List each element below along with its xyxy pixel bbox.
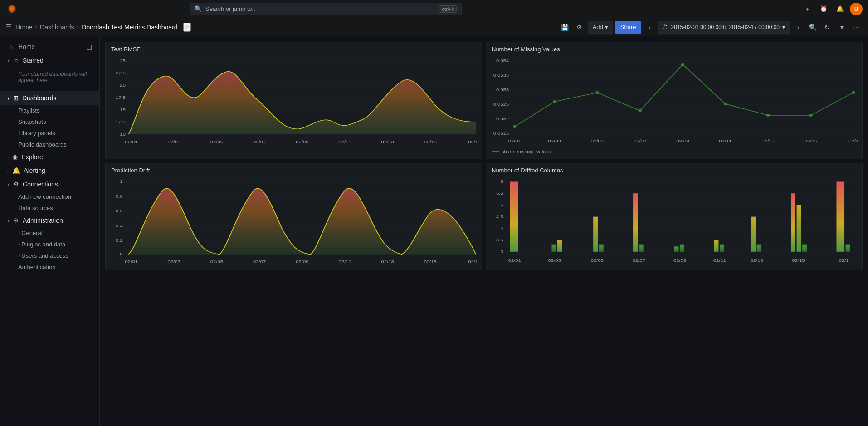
sidebar-section-connections[interactable]: ▾ ⚙ Connections [0,177,99,191]
explore-label: Explore [21,153,43,161]
svg-text:0.0535: 0.0535 [493,73,509,78]
panel-test-rmse-title: Test RMSE [106,42,482,54]
svg-point-1 [10,7,13,10]
alerting-collapse-icon: › [7,168,9,173]
svg-rect-104 [797,205,801,252]
save-dashboard-icon[interactable]: 💾 [559,21,571,34]
sidebar-section-starred[interactable]: ▾ ☆ Starred [0,54,99,67]
bell-icon-btn[interactable]: 🔔 [834,3,846,15]
app-logo[interactable] [5,3,18,15]
dashboard-grid: Test RMSE [105,42,863,270]
sidebar-item-home[interactable]: ⌂ Home ◫ [0,40,99,54]
sidebar-item-general[interactable]: › General [15,227,99,239]
refresh-icon[interactable]: ↻ [821,21,834,34]
sidebar-item-users[interactable]: › Users and access [15,250,99,261]
sidebar-dock-icon: ◫ [86,43,92,50]
connections-icon: ⚙ [13,181,19,188]
explore-collapse-icon: › [7,155,9,160]
svg-text:02/07: 02/07 [253,260,266,264]
breadcrumb-home[interactable]: Home [15,24,32,31]
general-label: General [21,230,42,236]
settings-icon[interactable]: ⚙ [573,21,586,34]
svg-text:02/05: 02/05 [210,260,224,264]
alerting-icon: 🔔 [12,167,20,174]
navbar: ☰ Home › Dashboards › Doordash Test Metr… [0,18,868,36]
share-button[interactable]: Share [615,21,642,34]
add-chevron-icon: ▾ [605,24,608,30]
sidebar-section-explore[interactable]: › ◉ Explore [0,150,99,164]
svg-point-39 [595,91,599,94]
svg-rect-93 [593,217,598,252]
svg-text:02/1: 02/1 [468,260,478,264]
chart-prediction-drift: 1 0.8 0.6 0.4 0.2 0 02/01 0 [106,177,482,268]
star-icon: ☆ [13,57,19,64]
sidebar-item-library-panels[interactable]: Library panels [15,127,99,139]
breadcrumb-dashboards[interactable]: Dashboards [40,24,74,31]
svg-text:02/03: 02/03 [548,139,561,143]
svg-point-40 [638,109,642,112]
prev-time-icon[interactable]: ‹ [643,21,656,34]
sidebar-item-add-connection[interactable]: Add new connection [15,191,99,202]
sidebar-item-plugins[interactable]: › Plugins and data [15,239,99,250]
breadcrumb: Home › Dashboards › Doordash Test Metric… [15,24,178,31]
sidebar-item-public-dashboards[interactable]: Public dashboards [15,139,99,150]
svg-rect-100 [720,245,724,252]
refresh-chevron-icon[interactable]: ▾ [835,21,848,34]
svg-text:02/11: 02/11 [719,139,732,143]
svg-text:02/11: 02/11 [338,140,351,144]
svg-text:15: 15 [120,108,126,112]
svg-text:0.4: 0.4 [116,224,123,228]
search-placeholder: Search or jump to... [205,5,257,12]
svg-text:02/13: 02/13 [750,258,763,262]
home-icon: ⌂ [7,43,15,50]
svg-text:4: 4 [500,226,503,230]
svg-point-41 [681,63,685,66]
zoom-out-icon[interactable]: 🔍 [806,21,819,34]
svg-text:12.5: 12.5 [116,120,126,124]
panel-test-rmse: Test RMSE [105,42,482,159]
starred-collapse-icon: ▾ [7,58,10,63]
svg-text:02/05: 02/05 [591,139,604,143]
more-options-icon[interactable]: ⋯ [850,21,863,34]
panel-drifted-columns-title: Number of Drifted Columns [486,163,862,176]
svg-rect-99 [714,240,718,252]
svg-text:0.2: 0.2 [116,238,123,242]
svg-text:02/13: 02/13 [381,260,395,264]
sidebar-section-dashboards[interactable]: ▾ ⊞ Dashboards [0,91,99,105]
panel-missing-values-body: 0.054 0.0535 0.053 0.0525 0.052 0.0515 [486,54,862,159]
sidebar: ⌂ Home ◫ ▾ ☆ Starred Your starred dashbo… [0,36,100,426]
panel-drifted-columns-body: 6 5.5 5 4.5 4 3.5 3 [486,176,862,270]
next-time-icon[interactable]: › [792,21,805,34]
starred-label: Starred [23,57,44,64]
svg-point-43 [766,114,770,117]
svg-text:02/07: 02/07 [632,258,645,262]
clock-icon-btn[interactable]: ⏰ [817,3,830,15]
missing-values-legend: share_missing_values [486,147,862,157]
star-dashboard-button[interactable]: ☆ [183,23,191,32]
plus-icon-btn[interactable]: ＋ [801,3,814,15]
svg-point-45 [852,91,855,94]
svg-point-37 [513,125,517,128]
time-range-picker[interactable]: ⏱ 2015-02-01 00:00:00 to 2015-02-17 00:0… [658,21,790,34]
main-layout: ⌂ Home ◫ ▾ ☆ Starred Your starred dashbo… [0,36,868,426]
sidebar-section-administration[interactable]: ▾ ⚙ Administration [0,214,99,227]
svg-text:02/01: 02/01 [125,140,138,144]
sidebar-item-playlists[interactable]: Playlists [15,105,99,116]
svg-text:02/07: 02/07 [253,140,266,144]
svg-rect-92 [557,240,562,252]
starred-left: ▾ ☆ Starred [7,57,44,64]
search-bar[interactable]: 🔍 Search or jump to... ctrl+k [190,3,462,15]
svg-rect-102 [757,245,761,252]
sidebar-item-authentication[interactable]: Authentication [15,261,99,273]
svg-text:02/15: 02/15 [792,258,805,262]
user-avatar[interactable]: U [850,3,863,15]
sidebar-item-data-sources[interactable]: Data sources [15,202,99,214]
playlists-label: Playlists [18,107,40,114]
panel-missing-values: Number of Missing Values 0.054 [486,42,863,159]
sidebar-item-snapshots[interactable]: Snapshots [15,116,99,127]
sidebar-section-alerting[interactable]: › 🔔 Alerting [0,164,99,177]
add-button[interactable]: Add ▾ [588,21,613,34]
svg-point-38 [553,100,556,103]
administration-label: Administration [23,217,63,224]
menu-button[interactable]: ☰ [5,23,12,31]
